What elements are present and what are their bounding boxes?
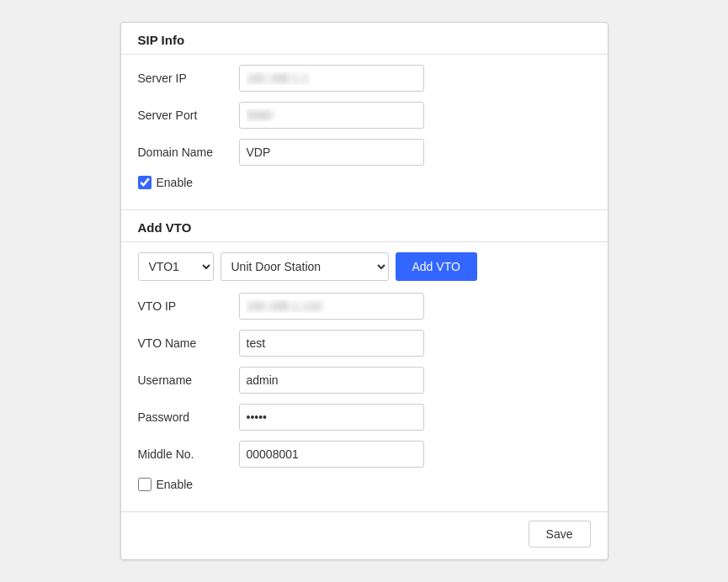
middle-no-label: Middle No. [138,447,239,461]
panel-footer: Save [121,511,608,559]
server-ip-input[interactable] [239,65,424,92]
vto-ip-row: VTO IP [138,293,591,320]
domain-name-row: Domain Name [138,139,591,166]
sip-info-header: SIP Info [121,23,608,55]
password-row: Password [138,404,591,431]
save-button[interactable]: Save [529,521,591,548]
add-vto-body: VTO1 VTO2 VTO3 Unit Door Station Buildin… [121,242,608,511]
middle-no-row: Middle No. [138,441,591,468]
vto-ip-label: VTO IP [138,299,239,313]
sip-info-body: Server IP Server Port Domain Name Enable [121,55,608,209]
main-panel: SIP Info Server IP Server Port Domain Na… [120,22,608,560]
server-ip-label: Server IP [138,71,239,85]
domain-name-label: Domain Name [138,146,239,159]
password-label: Password [138,410,239,424]
server-ip-row: Server IP [138,65,591,92]
username-label: Username [138,373,239,387]
vto-ip-input[interactable] [239,293,424,320]
username-row: Username [138,367,591,394]
sip-enable-label: Enable [157,176,194,189]
sip-enable-checkbox[interactable] [138,176,151,189]
add-vto-title: Add VTO [138,220,591,235]
sip-info-title: SIP Info [138,33,591,47]
server-port-input[interactable] [239,102,424,129]
vto-controls-row: VTO1 VTO2 VTO3 Unit Door Station Buildin… [138,252,591,281]
vto-name-row: VTO Name [138,330,591,357]
add-vto-header: Add VTO [121,210,608,242]
station-type-select[interactable]: Unit Door Station Building Door Station … [221,252,389,281]
vto-enable-checkbox[interactable] [138,478,151,491]
vto-name-input[interactable] [239,330,424,357]
vto-select[interactable]: VTO1 VTO2 VTO3 [138,252,214,281]
vto-enable-row: Enable [138,478,591,491]
add-vto-button[interactable]: Add VTO [396,252,477,281]
domain-name-input[interactable] [239,139,424,166]
server-port-label: Server Port [138,108,239,122]
vto-name-label: VTO Name [138,336,239,350]
sip-enable-row: Enable [138,176,591,189]
vto-enable-label: Enable [157,478,194,491]
server-port-row: Server Port [138,102,591,129]
username-input[interactable] [239,367,424,394]
middle-no-input[interactable] [239,441,424,468]
password-input[interactable] [239,404,424,431]
